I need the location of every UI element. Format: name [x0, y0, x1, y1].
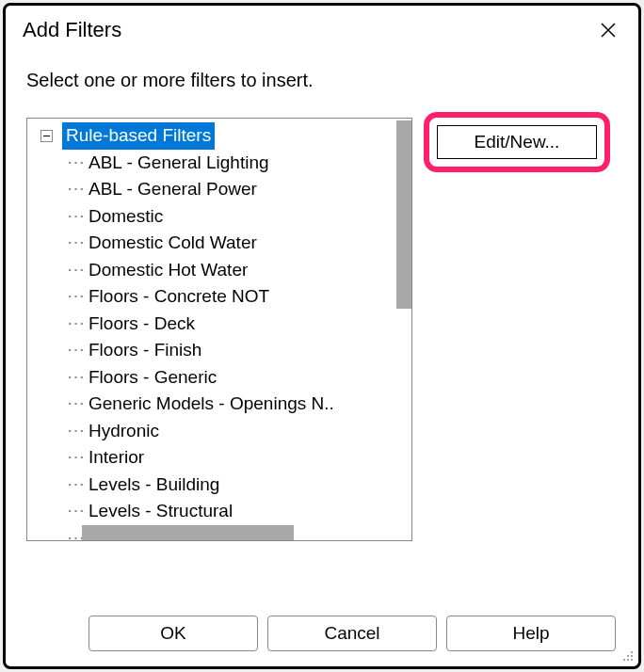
tree-item-connector-icon: ⋯: [67, 418, 85, 445]
resize-grip-icon: [620, 648, 635, 663]
dialog-content: Select one or more filters to insert. Ru…: [6, 51, 638, 600]
tree-item[interactable]: ⋯ABL - General Power: [67, 176, 411, 203]
filter-tree[interactable]: Rule-based Filters ⋯ABL - General Lighti…: [26, 118, 412, 541]
tree-item[interactable]: ⋯Interior: [67, 444, 411, 472]
tree-item-label: Generic Models - Openings N..: [89, 391, 334, 418]
highlight-annotation: Edit/New...: [424, 112, 610, 172]
svg-point-4: [627, 659, 629, 661]
tree-item[interactable]: ⋯Domestic Cold Water: [67, 230, 411, 257]
svg-point-2: [631, 655, 633, 657]
edit-new-button[interactable]: Edit/New...: [437, 125, 597, 159]
button-bar: OK Cancel Help: [6, 600, 638, 666]
tree-item-connector-icon: ⋯: [67, 203, 85, 231]
tree-item-connector-icon: ⋯: [67, 472, 85, 499]
close-button[interactable]: [595, 17, 621, 43]
svg-point-5: [631, 659, 633, 661]
tree-item[interactable]: ⋯Generic Models - Openings N..: [67, 391, 411, 418]
tree-item-connector-icon: ⋯: [67, 311, 85, 338]
tree-item[interactable]: ⋯Domestic: [67, 203, 411, 231]
close-icon: [599, 21, 618, 40]
svg-point-0: [631, 651, 633, 653]
horizontal-scrollbar[interactable]: [82, 525, 294, 540]
tree-item-connector-icon: ⋯: [67, 364, 85, 392]
tree-item-label: Domestic Cold Water: [89, 230, 257, 257]
main-area: Rule-based Filters ⋯ABL - General Lighti…: [26, 118, 618, 591]
tree-children: ⋯ABL - General Lighting⋯ABL - General Po…: [27, 150, 411, 541]
tree-item[interactable]: ⋯Floors - Finish: [67, 337, 411, 364]
tree-item[interactable]: ⋯Floors - Concrete NOT: [67, 283, 411, 311]
instruction-text: Select one or more filters to insert.: [26, 70, 618, 91]
tree-item-connector-icon: ⋯: [67, 337, 85, 364]
tree-item[interactable]: ⋯Hydronic: [67, 418, 411, 445]
vertical-scrollbar[interactable]: [396, 120, 411, 309]
help-button[interactable]: Help: [446, 616, 616, 651]
tree-item-connector-icon: ⋯: [67, 257, 85, 284]
tree-item[interactable]: ⋯Domestic Hot Water: [67, 257, 411, 284]
tree-item-connector-icon: ⋯: [67, 176, 85, 203]
tree-item-label: ABL - General Power: [89, 176, 257, 203]
svg-point-3: [623, 659, 625, 661]
collapse-icon[interactable]: [40, 130, 53, 142]
tree-item-label: Hydronic: [89, 418, 159, 445]
tree-item-label: Domestic: [89, 203, 163, 231]
tree-item[interactable]: ⋯Floors - Generic: [67, 364, 411, 392]
side-panel: Edit/New...: [424, 118, 618, 591]
tree-item-label: Floors - Concrete NOT: [89, 283, 269, 311]
tree-inner: Rule-based Filters ⋯ABL - General Lighti…: [27, 119, 411, 540]
tree-root-label[interactable]: Rule-based Filters: [62, 122, 215, 150]
tree-root-row[interactable]: Rule-based Filters: [27, 122, 411, 150]
tree-item-connector-icon: ⋯: [67, 150, 85, 177]
tree-item-connector-icon: ⋯: [67, 283, 85, 311]
tree-item-connector-icon: ⋯: [67, 391, 85, 418]
tree-item-connector-icon: ⋯: [67, 444, 85, 472]
svg-point-1: [627, 655, 629, 657]
tree-item[interactable]: ⋯Levels - Building: [67, 472, 411, 499]
tree-item-connector-icon: ⋯: [67, 498, 85, 525]
tree-item-label: Floors - Generic: [89, 364, 217, 392]
tree-item-label: Floors - Finish: [89, 337, 201, 364]
add-filters-dialog: Add Filters Select one or more filters t…: [3, 3, 641, 669]
tree-item[interactable]: ⋯ABL - General Lighting: [67, 150, 411, 177]
dialog-title: Add Filters: [23, 18, 121, 42]
tree-item-label: Floors - Deck: [89, 311, 195, 338]
tree-item[interactable]: ⋯Levels - Structural: [67, 498, 411, 525]
tree-item-label: Domestic Hot Water: [89, 257, 248, 284]
tree-item[interactable]: ⋯Floors - Deck: [67, 311, 411, 338]
tree-item-connector-icon: ⋯: [67, 230, 85, 257]
resize-grip[interactable]: [620, 648, 635, 663]
titlebar: Add Filters: [6, 6, 638, 51]
tree-item-label: Levels - Structural: [89, 498, 233, 525]
tree-item-label: ABL - General Lighting: [89, 150, 269, 177]
ok-button[interactable]: OK: [89, 616, 258, 651]
cancel-button[interactable]: Cancel: [267, 616, 437, 651]
tree-item-label: Interior: [89, 444, 144, 472]
tree-item-label: Levels - Building: [89, 472, 219, 499]
